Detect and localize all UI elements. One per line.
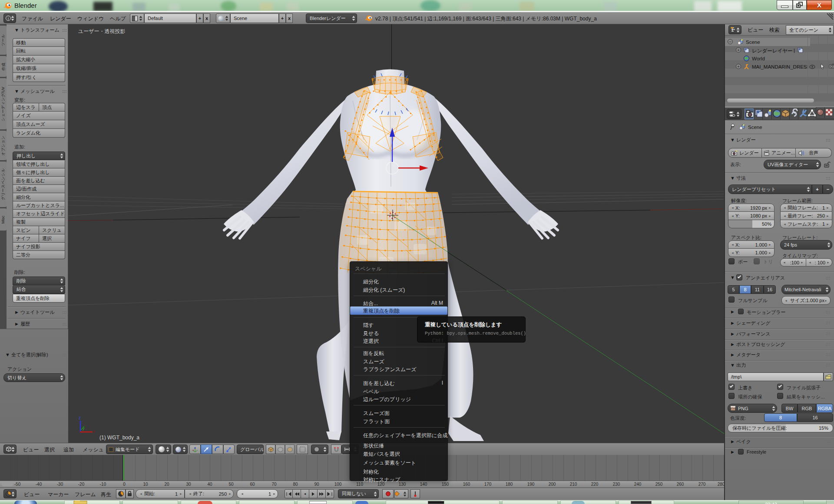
svg-text:y: y (83, 426, 85, 431)
svg-text:(1) WGT_body_a: (1) WGT_body_a (99, 435, 139, 441)
svg-text:x: x (93, 429, 96, 434)
svg-text:ユーザー・透視投影: ユーザー・透視投影 (78, 28, 126, 34)
svg-text:z: z (79, 415, 81, 420)
